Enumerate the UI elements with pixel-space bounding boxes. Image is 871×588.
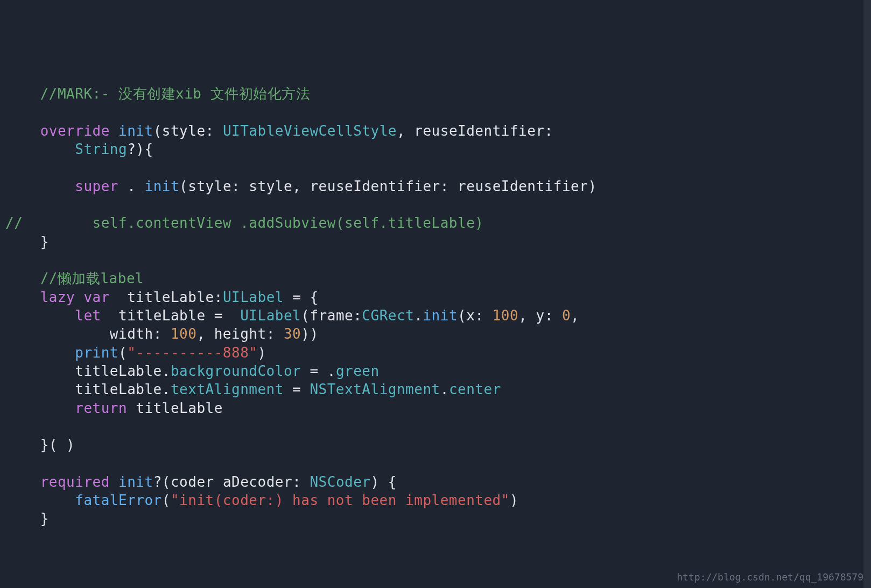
comment-mark: //MARK:- 没有创建xib 文件初始化方法 <box>40 86 311 102</box>
param-reuse: reuseIdentifier <box>414 123 544 139</box>
id-titlelable-3: titleLable <box>75 363 162 379</box>
kw-override: override <box>40 123 110 139</box>
str-888: "----------888" <box>127 345 257 361</box>
type-nscoder: NSCoder <box>310 474 370 490</box>
type-uilabel: UILabel <box>223 289 284 305</box>
param-x: x <box>466 307 475 324</box>
param-coder: coder <box>171 474 214 490</box>
val-reuse: reuseIdentifier <box>458 178 588 194</box>
num-30: 30 <box>284 326 301 342</box>
type-nsalign: NSTextAlignment <box>310 381 440 397</box>
type-uilabel-2: UILabel <box>240 307 301 324</box>
kw-required: required <box>40 474 110 490</box>
param-height: height <box>214 326 266 342</box>
num-100a: 100 <box>493 307 518 324</box>
id-titlelable-2: titleLable <box>118 307 206 324</box>
label-adecoder: aDecoder <box>223 474 292 490</box>
arg-reuse: reuseIdentifier <box>310 178 440 194</box>
id-titlelable-5: titleLable <box>136 400 223 416</box>
param-y: y <box>536 307 544 324</box>
val-green: green <box>336 363 380 379</box>
str-fatal: "init(coder:) has not been implemented" <box>171 492 510 508</box>
param-width: width <box>110 326 153 342</box>
kw-super: super <box>75 178 118 194</box>
code-editor[interactable]: //MARK:- 没有创建xib 文件初始化方法 override init(s… <box>5 85 866 528</box>
kw-var: var <box>83 289 109 305</box>
type-cellstyle: UITableViewCellStyle <box>223 123 397 139</box>
fn-init-req: init <box>118 474 153 490</box>
val-center: center <box>449 381 501 397</box>
num-100b: 100 <box>171 326 196 342</box>
fn-super-init: init <box>144 178 179 194</box>
param-frame: frame <box>310 307 353 324</box>
fn-cgrect-init: init <box>423 307 458 324</box>
type-string: String <box>75 141 127 157</box>
num-0: 0 <box>562 307 571 324</box>
comment-selfline: // self.contentView .addSubview(self.tit… <box>5 215 483 231</box>
prop-align: textAlignment <box>171 381 284 397</box>
val-style: style <box>249 178 292 194</box>
comment-lazy: //懒加载label <box>40 270 144 286</box>
fn-fatalerror: fatalError <box>75 492 162 508</box>
kw-let: let <box>75 307 101 324</box>
fn-init: init <box>118 123 153 139</box>
type-cgrect: CGRect <box>362 307 414 324</box>
prop-bg: backgroundColor <box>171 363 301 379</box>
id-titlelable-4: titleLable <box>75 381 162 397</box>
id-titlelable: titleLable <box>127 289 214 305</box>
arg-style: style <box>188 178 231 194</box>
param-style: style <box>162 123 206 139</box>
scrollbar[interactable] <box>863 0 871 588</box>
watermark: http://blog.csdn.net/qq_19678579 <box>677 571 863 584</box>
kw-lazy: lazy <box>40 289 75 305</box>
fn-print: print <box>75 345 118 361</box>
kw-return: return <box>75 400 127 416</box>
